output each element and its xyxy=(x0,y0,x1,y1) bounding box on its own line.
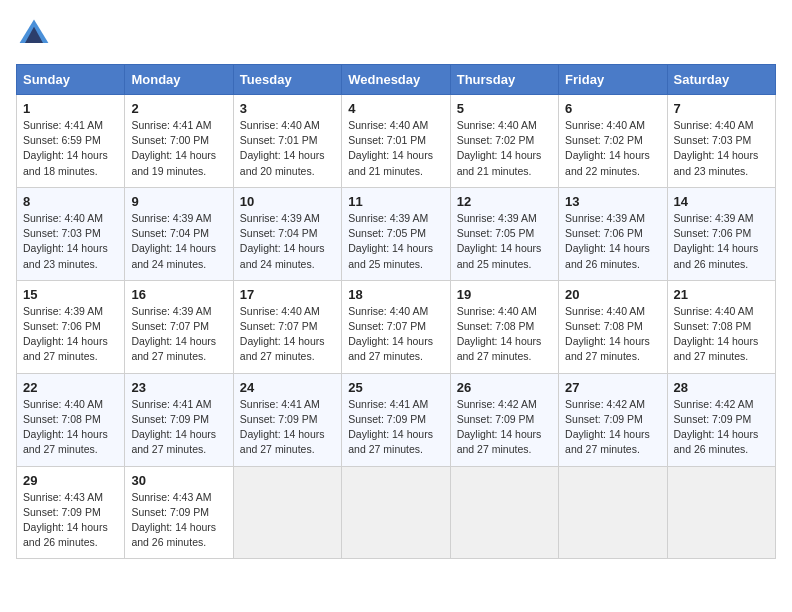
day-info: Sunrise: 4:40 AMSunset: 7:03 PMDaylight:… xyxy=(674,118,769,179)
day-number: 9 xyxy=(131,194,226,209)
day-number: 11 xyxy=(348,194,443,209)
day-number: 15 xyxy=(23,287,118,302)
day-info: Sunrise: 4:39 AMSunset: 7:06 PMDaylight:… xyxy=(23,304,118,365)
day-info: Sunrise: 4:40 AMSunset: 7:02 PMDaylight:… xyxy=(457,118,552,179)
day-cell-2: 2Sunrise: 4:41 AMSunset: 7:00 PMDaylight… xyxy=(125,95,233,188)
day-info: Sunrise: 4:39 AMSunset: 7:04 PMDaylight:… xyxy=(131,211,226,272)
day-number: 23 xyxy=(131,380,226,395)
day-number: 12 xyxy=(457,194,552,209)
day-cell-17: 17Sunrise: 4:40 AMSunset: 7:07 PMDayligh… xyxy=(233,280,341,373)
day-info: Sunrise: 4:40 AMSunset: 7:08 PMDaylight:… xyxy=(674,304,769,365)
day-number: 6 xyxy=(565,101,660,116)
day-cell-4: 4Sunrise: 4:40 AMSunset: 7:01 PMDaylight… xyxy=(342,95,450,188)
day-cell-7: 7Sunrise: 4:40 AMSunset: 7:03 PMDaylight… xyxy=(667,95,775,188)
day-cell-16: 16Sunrise: 4:39 AMSunset: 7:07 PMDayligh… xyxy=(125,280,233,373)
week-row-5: 29Sunrise: 4:43 AMSunset: 7:09 PMDayligh… xyxy=(17,466,776,559)
day-info: Sunrise: 4:39 AMSunset: 7:06 PMDaylight:… xyxy=(565,211,660,272)
day-info: Sunrise: 4:40 AMSunset: 7:02 PMDaylight:… xyxy=(565,118,660,179)
day-info: Sunrise: 4:40 AMSunset: 7:01 PMDaylight:… xyxy=(240,118,335,179)
empty-cell xyxy=(450,466,558,559)
page-header xyxy=(16,16,776,52)
day-cell-29: 29Sunrise: 4:43 AMSunset: 7:09 PMDayligh… xyxy=(17,466,125,559)
day-number: 16 xyxy=(131,287,226,302)
day-number: 30 xyxy=(131,473,226,488)
day-number: 27 xyxy=(565,380,660,395)
day-number: 2 xyxy=(131,101,226,116)
day-cell-13: 13Sunrise: 4:39 AMSunset: 7:06 PMDayligh… xyxy=(559,187,667,280)
calendar-header-row: SundayMondayTuesdayWednesdayThursdayFrid… xyxy=(17,65,776,95)
day-header-tuesday: Tuesday xyxy=(233,65,341,95)
day-cell-5: 5Sunrise: 4:40 AMSunset: 7:02 PMDaylight… xyxy=(450,95,558,188)
day-number: 13 xyxy=(565,194,660,209)
day-info: Sunrise: 4:42 AMSunset: 7:09 PMDaylight:… xyxy=(457,397,552,458)
day-info: Sunrise: 4:40 AMSunset: 7:08 PMDaylight:… xyxy=(457,304,552,365)
day-cell-27: 27Sunrise: 4:42 AMSunset: 7:09 PMDayligh… xyxy=(559,373,667,466)
logo xyxy=(16,16,58,52)
day-number: 18 xyxy=(348,287,443,302)
day-cell-15: 15Sunrise: 4:39 AMSunset: 7:06 PMDayligh… xyxy=(17,280,125,373)
day-header-wednesday: Wednesday xyxy=(342,65,450,95)
day-info: Sunrise: 4:40 AMSunset: 7:07 PMDaylight:… xyxy=(240,304,335,365)
day-info: Sunrise: 4:39 AMSunset: 7:05 PMDaylight:… xyxy=(348,211,443,272)
day-cell-8: 8Sunrise: 4:40 AMSunset: 7:03 PMDaylight… xyxy=(17,187,125,280)
day-number: 24 xyxy=(240,380,335,395)
day-header-sunday: Sunday xyxy=(17,65,125,95)
day-info: Sunrise: 4:39 AMSunset: 7:07 PMDaylight:… xyxy=(131,304,226,365)
day-cell-24: 24Sunrise: 4:41 AMSunset: 7:09 PMDayligh… xyxy=(233,373,341,466)
day-cell-11: 11Sunrise: 4:39 AMSunset: 7:05 PMDayligh… xyxy=(342,187,450,280)
day-info: Sunrise: 4:41 AMSunset: 7:09 PMDaylight:… xyxy=(240,397,335,458)
logo-icon xyxy=(16,16,52,52)
day-cell-26: 26Sunrise: 4:42 AMSunset: 7:09 PMDayligh… xyxy=(450,373,558,466)
day-info: Sunrise: 4:42 AMSunset: 7:09 PMDaylight:… xyxy=(565,397,660,458)
week-row-2: 8Sunrise: 4:40 AMSunset: 7:03 PMDaylight… xyxy=(17,187,776,280)
day-cell-20: 20Sunrise: 4:40 AMSunset: 7:08 PMDayligh… xyxy=(559,280,667,373)
day-info: Sunrise: 4:40 AMSunset: 7:08 PMDaylight:… xyxy=(565,304,660,365)
day-number: 8 xyxy=(23,194,118,209)
day-info: Sunrise: 4:41 AMSunset: 7:09 PMDaylight:… xyxy=(131,397,226,458)
day-cell-18: 18Sunrise: 4:40 AMSunset: 7:07 PMDayligh… xyxy=(342,280,450,373)
day-info: Sunrise: 4:39 AMSunset: 7:06 PMDaylight:… xyxy=(674,211,769,272)
day-header-friday: Friday xyxy=(559,65,667,95)
day-number: 26 xyxy=(457,380,552,395)
day-cell-19: 19Sunrise: 4:40 AMSunset: 7:08 PMDayligh… xyxy=(450,280,558,373)
day-cell-1: 1Sunrise: 4:41 AMSunset: 6:59 PMDaylight… xyxy=(17,95,125,188)
day-number: 10 xyxy=(240,194,335,209)
day-info: Sunrise: 4:41 AMSunset: 6:59 PMDaylight:… xyxy=(23,118,118,179)
day-cell-9: 9Sunrise: 4:39 AMSunset: 7:04 PMDaylight… xyxy=(125,187,233,280)
day-number: 7 xyxy=(674,101,769,116)
day-number: 14 xyxy=(674,194,769,209)
week-row-1: 1Sunrise: 4:41 AMSunset: 6:59 PMDaylight… xyxy=(17,95,776,188)
day-number: 29 xyxy=(23,473,118,488)
day-cell-30: 30Sunrise: 4:43 AMSunset: 7:09 PMDayligh… xyxy=(125,466,233,559)
day-number: 21 xyxy=(674,287,769,302)
day-info: Sunrise: 4:42 AMSunset: 7:09 PMDaylight:… xyxy=(674,397,769,458)
week-row-4: 22Sunrise: 4:40 AMSunset: 7:08 PMDayligh… xyxy=(17,373,776,466)
day-cell-25: 25Sunrise: 4:41 AMSunset: 7:09 PMDayligh… xyxy=(342,373,450,466)
day-number: 28 xyxy=(674,380,769,395)
day-number: 4 xyxy=(348,101,443,116)
day-cell-12: 12Sunrise: 4:39 AMSunset: 7:05 PMDayligh… xyxy=(450,187,558,280)
day-info: Sunrise: 4:41 AMSunset: 7:09 PMDaylight:… xyxy=(348,397,443,458)
day-number: 20 xyxy=(565,287,660,302)
day-cell-14: 14Sunrise: 4:39 AMSunset: 7:06 PMDayligh… xyxy=(667,187,775,280)
day-cell-28: 28Sunrise: 4:42 AMSunset: 7:09 PMDayligh… xyxy=(667,373,775,466)
day-cell-22: 22Sunrise: 4:40 AMSunset: 7:08 PMDayligh… xyxy=(17,373,125,466)
calendar-table: SundayMondayTuesdayWednesdayThursdayFrid… xyxy=(16,64,776,559)
day-number: 17 xyxy=(240,287,335,302)
day-header-thursday: Thursday xyxy=(450,65,558,95)
empty-cell xyxy=(667,466,775,559)
day-number: 22 xyxy=(23,380,118,395)
day-number: 3 xyxy=(240,101,335,116)
day-info: Sunrise: 4:41 AMSunset: 7:00 PMDaylight:… xyxy=(131,118,226,179)
day-info: Sunrise: 4:40 AMSunset: 7:03 PMDaylight:… xyxy=(23,211,118,272)
day-number: 5 xyxy=(457,101,552,116)
day-info: Sunrise: 4:40 AMSunset: 7:07 PMDaylight:… xyxy=(348,304,443,365)
day-cell-3: 3Sunrise: 4:40 AMSunset: 7:01 PMDaylight… xyxy=(233,95,341,188)
week-row-3: 15Sunrise: 4:39 AMSunset: 7:06 PMDayligh… xyxy=(17,280,776,373)
day-cell-23: 23Sunrise: 4:41 AMSunset: 7:09 PMDayligh… xyxy=(125,373,233,466)
day-cell-10: 10Sunrise: 4:39 AMSunset: 7:04 PMDayligh… xyxy=(233,187,341,280)
day-number: 1 xyxy=(23,101,118,116)
day-number: 25 xyxy=(348,380,443,395)
day-header-monday: Monday xyxy=(125,65,233,95)
empty-cell xyxy=(233,466,341,559)
